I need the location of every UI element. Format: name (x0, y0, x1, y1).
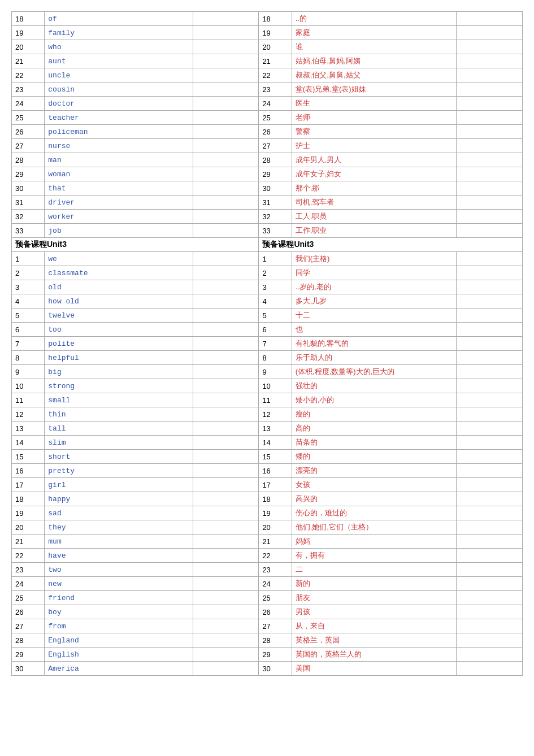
row-num-right: 21 (259, 535, 292, 549)
row-extra-left (193, 549, 259, 563)
row-extra-left (193, 97, 259, 111)
row-num-right: 22 (259, 549, 292, 563)
row-num-left: 30 (12, 662, 45, 676)
row-cn: 家庭 (292, 26, 457, 40)
right-section-header: 预备课程Unit3 (259, 238, 523, 252)
row-num-right: 9 (259, 365, 292, 379)
row-extra-right (457, 210, 523, 224)
row-num-right: 26 (259, 605, 292, 619)
row-en: how old (45, 294, 193, 309)
row-extra-right (457, 252, 523, 266)
row-cn: 十二 (292, 309, 457, 323)
row-num-left: 21 (12, 54, 45, 68)
row-cn: 伤心的，难过的 (292, 506, 457, 520)
row-extra-left (193, 379, 259, 393)
row-extra-right (457, 379, 523, 393)
left-section-header: 预备课程Unit3 (12, 238, 259, 252)
row-num-left: 32 (12, 210, 45, 224)
row-num-left: 17 (12, 478, 45, 492)
row-extra-right (457, 422, 523, 436)
row-en: too (45, 323, 193, 337)
row-extra-right (457, 125, 523, 139)
row-cn: 女孩 (292, 478, 457, 492)
row-extra-left (193, 464, 259, 478)
row-cn: ..的 (292, 12, 457, 26)
row-extra-right (457, 323, 523, 337)
table-row: 5 twelve 5 十二 (12, 309, 523, 323)
row-extra-left (193, 82, 259, 97)
row-extra-right (457, 82, 523, 97)
row-en: pretty (45, 464, 193, 478)
row-en: cousin (45, 82, 193, 97)
row-en: teacher (45, 111, 193, 125)
row-cn: 工作,职业 (292, 224, 457, 238)
table-row: 11 small 11 矮小的,小的 (12, 393, 523, 407)
row-en: of (45, 12, 193, 26)
row-num-left: 24 (12, 577, 45, 591)
row-num-left: 16 (12, 464, 45, 478)
row-extra-left (193, 619, 259, 633)
row-extra-right (457, 68, 523, 82)
row-extra-left (193, 351, 259, 365)
row-extra-left (193, 68, 259, 82)
row-extra-left (193, 563, 259, 577)
row-num-right: 29 (259, 648, 292, 662)
table-row: 24 new 24 新的 (12, 577, 523, 591)
row-extra-right (457, 294, 523, 309)
row-en: big (45, 365, 193, 379)
row-num-left: 23 (12, 563, 45, 577)
row-cn: 司机,驾车者 (292, 195, 457, 210)
row-cn: 新的 (292, 577, 457, 591)
row-cn: 二 (292, 563, 457, 577)
row-cn: 多大,几岁 (292, 294, 457, 309)
row-extra-right (457, 351, 523, 365)
row-cn: 那个,那 (292, 181, 457, 195)
row-extra-right (457, 450, 523, 464)
row-extra-right (457, 407, 523, 422)
row-en: helpful (45, 351, 193, 365)
table-row: 10 strong 10 强壮的 (12, 379, 523, 393)
table-row: 30 America 30 美国 (12, 662, 523, 676)
row-extra-left (193, 210, 259, 224)
row-cn: 堂(表)兄弟,堂(表)姐妹 (292, 82, 457, 97)
row-extra-right (457, 619, 523, 633)
row-num-right: 1 (259, 252, 292, 266)
row-num-right: 24 (259, 577, 292, 591)
table-row: 28 England 28 英格兰，英国 (12, 633, 523, 648)
row-en: mum (45, 535, 193, 549)
row-extra-right (457, 393, 523, 407)
row-num-left: 15 (12, 450, 45, 464)
row-num-right: 22 (259, 68, 292, 82)
row-num-left: 2 (12, 266, 45, 280)
row-en: who (45, 40, 193, 54)
table-row: 16 pretty 16 漂亮的 (12, 464, 523, 478)
table-row: 33 job 33 工作,职业 (12, 224, 523, 238)
table-row: 14 slim 14 苗条的 (12, 436, 523, 450)
row-extra-right (457, 167, 523, 181)
row-extra-left (193, 153, 259, 167)
row-en: policeman (45, 125, 193, 139)
row-num-left: 29 (12, 648, 45, 662)
row-en: two (45, 563, 193, 577)
row-cn: 也 (292, 323, 457, 337)
row-num-left: 13 (12, 422, 45, 436)
table-row: 8 helpful 8 乐于助人的 (12, 351, 523, 365)
row-num-left: 25 (12, 111, 45, 125)
row-num-right: 13 (259, 422, 292, 436)
row-cn: 英国的，英格兰人的 (292, 648, 457, 662)
row-num-right: 18 (259, 12, 292, 26)
row-cn: 工人,职员 (292, 210, 457, 224)
row-en: that (45, 181, 193, 195)
row-num-left: 10 (12, 379, 45, 393)
row-en: short (45, 450, 193, 464)
row-extra-left (193, 577, 259, 591)
row-num-right: 16 (259, 464, 292, 478)
row-cn: 高的 (292, 422, 457, 436)
row-extra-left (193, 422, 259, 436)
table-row: 12 thin 12 瘦的 (12, 407, 523, 422)
row-num-right: 33 (259, 224, 292, 238)
row-extra-left (193, 478, 259, 492)
row-en: classmate (45, 266, 193, 280)
row-cn: (体积,程度,数量等)大的,巨大的 (292, 365, 457, 379)
row-num-left: 28 (12, 153, 45, 167)
